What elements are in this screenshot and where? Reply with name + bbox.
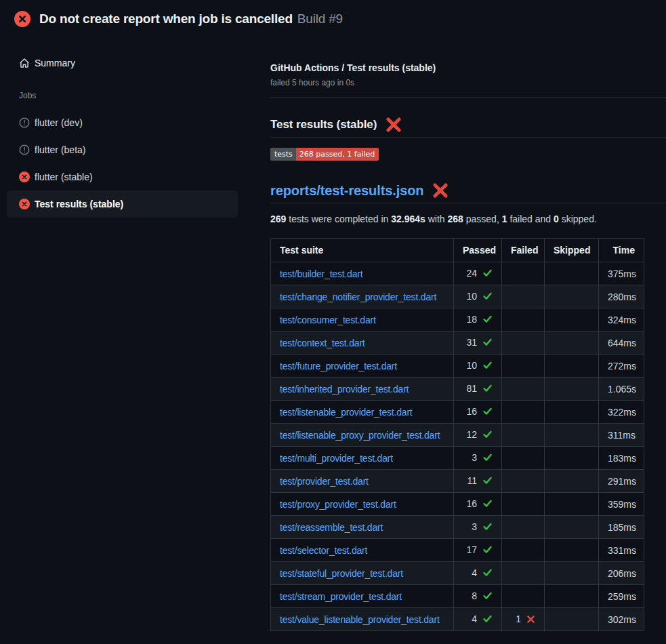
table-row: test/context_test.dart31 644ms [271,331,644,355]
skipped-cell [545,331,599,355]
passed-cell: 11 [454,470,502,493]
test-suite-link[interactable]: test/consumer_test.dart [280,315,376,325]
test-suite-link[interactable]: test/context_test.dart [280,338,365,348]
stop-icon [19,117,30,128]
failed-cell [502,262,545,285]
test-suite-link[interactable]: test/listenable_proxy_provider_test.dart [280,430,440,441]
skipped-cell [545,562,599,585]
time-cell: 644ms [599,331,644,355]
sidebar-job-item[interactable]: flutter (dev) [7,109,238,136]
time-cell: 185ms [599,516,644,539]
failed-cell [502,447,545,470]
time-cell: 206ms [599,562,644,585]
home-icon [19,58,30,68]
failed-cell [502,331,545,355]
jobs-section-label: Jobs [19,91,238,100]
table-row: test/selector_test.dart17 331ms [271,539,644,562]
test-suite-link[interactable]: test/provider_test.dart [280,476,369,487]
time-cell: 322ms [599,401,644,424]
table-row: test/reassemble_test.dart3 185ms [271,516,644,539]
skipped-cell [545,378,599,401]
failed-x-icon [432,182,449,199]
sidebar: Summary Jobs flutter (dev)flutter (beta)… [0,27,238,218]
failed-cell [502,355,545,378]
check-icon [482,544,493,557]
test-suite-link[interactable]: test/proxy_provider_test.dart [280,499,396,510]
sidebar-job-item[interactable]: flutter (beta) [7,136,238,163]
failed-cell [502,516,545,539]
job-label: Test results (stable) [35,199,123,209]
run-header: Do not create report when job is cancell… [0,0,666,27]
check-icon [482,429,493,441]
failed-cell [502,470,545,493]
time-cell: 311ms [599,424,644,447]
table-row: test/future_provider_test.dart10 272ms [271,355,644,378]
test-suite-link[interactable]: test/future_provider_test.dart [280,361,397,371]
sidebar-item-summary[interactable]: Summary [7,54,238,72]
check-icon [482,291,493,303]
passed-cell: 4 [454,608,502,631]
skipped-cell [545,285,599,308]
time-cell: 272ms [599,355,644,378]
test-suite-link[interactable]: test/multi_provider_test.dart [280,453,393,464]
time-cell: 183ms [599,447,644,470]
time-cell: 359ms [599,493,644,516]
passed-cell: 3 [454,447,502,470]
report-file-link[interactable]: reports/test-results.json [270,183,423,199]
stop-icon [19,144,30,155]
check-icon [482,567,493,580]
report-file-heading: reports/test-results.json [270,182,666,203]
failed-x-icon [386,117,402,133]
test-suite-link[interactable]: test/reassemble_test.dart [280,522,383,533]
test-suite-link[interactable]: test/value_listenable_provider_test.dart [280,614,440,625]
summary-sentence: 269 tests were completed in 32.964s with… [270,214,666,224]
passed-cell: 8 [454,585,502,608]
table-row: test/stateful_provider_test.dart4 206ms [271,562,644,585]
passed-cell: 18 [454,308,502,331]
test-suite-link[interactable]: test/stream_provider_test.dart [280,591,402,602]
skipped-cell [545,470,599,493]
table-row: test/provider_test.dart11 291ms [271,470,644,493]
report-title: Test results (stable) [270,117,666,138]
sidebar-job-item[interactable]: Test results (stable) [7,190,238,218]
test-suite-link[interactable]: test/listenable_provider_test.dart [280,407,413,418]
passed-cell: 3 [454,516,502,539]
sidebar-job-item[interactable]: flutter (stable) [7,163,238,190]
jobs-nav: flutter (dev)flutter (beta)flutter (stab… [7,109,238,218]
skipped-cell [545,447,599,470]
skipped-cell [545,308,599,331]
col-header-failed: Failed [502,239,545,262]
skipped-cell [545,493,599,516]
passed-cell: 16 [454,493,502,516]
passed-cell: 10 [454,285,502,308]
run-title: Do not create report when job is cancell… [39,12,343,26]
skipped-cell [545,262,599,285]
badge-value: 268 passed, 1 failed [296,148,379,161]
col-header-suite: Test suite [271,239,454,262]
time-cell: 1.065s [599,378,644,401]
test-suite-link[interactable]: test/selector_test.dart [280,545,367,556]
table-row: test/stream_provider_test.dart8 259ms [271,585,644,608]
failed-cell [502,378,545,401]
skipped-cell [545,424,599,447]
check-icon [482,268,493,280]
badge-label: tests [270,148,296,161]
test-suite-link[interactable]: test/builder_test.dart [280,268,362,279]
table-row: test/change_notifier_provider_test.dart1… [271,285,644,308]
job-label: flutter (dev) [35,117,83,128]
test-suite-link[interactable]: test/stateful_provider_test.dart [280,568,403,579]
results-table: Test suite Passed Failed Skipped Time te… [270,238,644,631]
check-icon [482,337,493,349]
skipped-cell [545,585,599,608]
time-cell: 324ms [599,308,644,331]
divider [270,97,666,98]
test-suite-link[interactable]: test/change_notifier_provider_test.dart [280,291,436,302]
test-suite-link[interactable]: test/inherited_provider_test.dart [280,384,409,395]
time-cell: 259ms [599,585,644,608]
failed-cell [502,562,545,585]
skipped-cell [545,401,599,424]
col-header-time: Time [599,239,644,262]
x-circle-icon [19,172,30,182]
sidebar-item-label: Summary [35,58,75,68]
time-cell: 331ms [599,539,644,562]
